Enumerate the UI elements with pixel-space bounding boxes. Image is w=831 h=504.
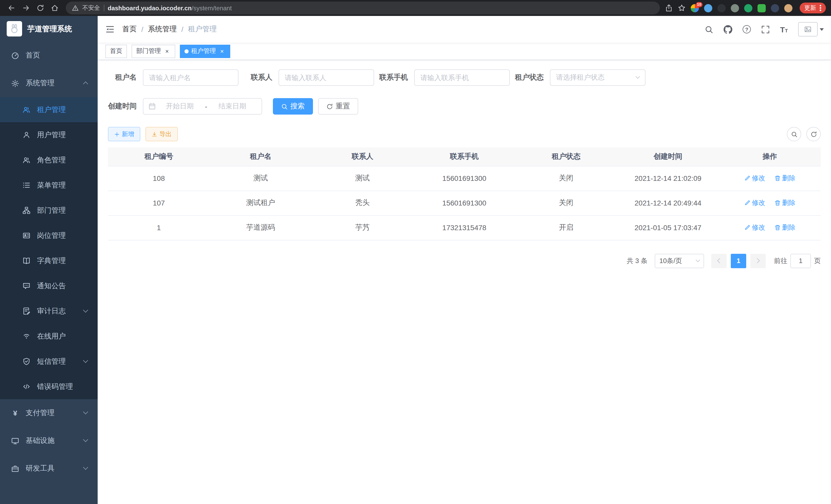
edit-link[interactable]: 修改: [744, 223, 765, 232]
tenants-icon: [23, 106, 30, 114]
user-menu[interactable]: [798, 22, 824, 36]
sidebar-item-errorcode[interactable]: 错误码管理: [0, 374, 98, 399]
date-range-picker[interactable]: 开始日期 - 结束日期: [143, 98, 262, 115]
gear-icon: [11, 79, 19, 87]
table-row: 1 芋道源码 芋艿 17321315478 开启 2021-01-05 17:0…: [108, 215, 821, 240]
logo-title: 芋道管理系统: [27, 24, 72, 34]
extension-icon-2[interactable]: [704, 4, 712, 12]
reload-icon[interactable]: [34, 2, 46, 14]
github-icon[interactable]: [724, 25, 732, 34]
export-button[interactable]: 导出: [145, 127, 178, 141]
sidebar-group-system[interactable]: 系统管理: [0, 69, 98, 97]
home-icon[interactable]: [48, 2, 61, 14]
tab-close-icon[interactable]: [164, 48, 171, 55]
extension-icon-6[interactable]: [757, 4, 766, 12]
sidebar-item-notice[interactable]: 通知公告: [0, 273, 98, 298]
tab-label: 租户管理: [191, 47, 216, 56]
delete-label: 删除: [782, 223, 796, 232]
sidebar-item-label: 岗位管理: [37, 231, 66, 240]
sidebar-item-role[interactable]: 角色管理: [0, 147, 98, 173]
kebab-menu-icon[interactable]: [820, 7, 821, 9]
page-size-select[interactable]: 10条/页: [655, 254, 704, 268]
tab-home[interactable]: 首页: [105, 45, 127, 58]
share-icon[interactable]: [665, 4, 673, 12]
sidebar-item-menu[interactable]: 菜单管理: [0, 173, 98, 198]
extension-icon-4[interactable]: [731, 4, 739, 12]
sidebar-item-post[interactable]: 岗位管理: [0, 223, 98, 248]
next-page-button[interactable]: [750, 254, 766, 268]
extension-icon-8[interactable]: [784, 4, 793, 12]
tenant-name-label: 租户名: [108, 73, 137, 82]
extension-icon-5[interactable]: [744, 4, 752, 12]
cell-contact: 芋艿: [312, 215, 413, 240]
edit-link[interactable]: 修改: [744, 174, 765, 183]
fullscreen-icon[interactable]: [761, 25, 770, 34]
tab-close-icon[interactable]: [219, 48, 226, 55]
sidebar-group-infra[interactable]: 基础设施: [0, 427, 98, 455]
contact-label: 联系人: [243, 73, 273, 82]
filter-row-2: 创建时间 开始日期 - 结束日期 搜索 重置: [108, 98, 821, 115]
edit-icon: [744, 200, 750, 206]
filter-contact: 联系人: [243, 69, 374, 86]
add-button[interactable]: 新增: [108, 127, 140, 141]
contact-input[interactable]: [279, 69, 374, 86]
sidebar-item-home[interactable]: 首页: [0, 41, 98, 69]
filter-phone: 联系手机: [379, 69, 510, 86]
menu-list-icon: [23, 181, 30, 189]
phone-input[interactable]: [414, 69, 510, 86]
page-button-1[interactable]: 1: [731, 254, 746, 268]
active-tab-dot: [184, 49, 189, 53]
sidebar-item-tenant[interactable]: 租户管理: [0, 97, 98, 122]
search-button[interactable]: 搜索: [273, 98, 313, 115]
cell-phone: 15601691300: [413, 190, 515, 215]
refresh-icon[interactable]: [806, 127, 821, 141]
delete-link[interactable]: 删除: [774, 223, 796, 232]
avatar[interactable]: [798, 22, 818, 36]
column-header-tenant-id: 租户编号: [108, 147, 210, 166]
tab-tenant[interactable]: 租户管理: [180, 45, 230, 58]
cell-status: 关闭: [515, 166, 617, 190]
sidebar-item-dict[interactable]: 字典管理: [0, 248, 98, 273]
column-header-phone: 联系手机: [413, 147, 515, 166]
sidebar-group-payment[interactable]: 支付管理: [0, 399, 98, 427]
extension-icon-7[interactable]: [771, 4, 779, 12]
help-icon[interactable]: [743, 25, 751, 33]
sidebar-group-sms[interactable]: 短信管理: [0, 349, 98, 374]
column-header-actions: 操作: [719, 147, 821, 166]
chevron-right-icon: [755, 258, 760, 263]
omnibox[interactable]: 不安全 dashboard.yudao.iocoder.cn/system/te…: [66, 2, 660, 14]
roles-icon: [23, 156, 30, 164]
reset-button[interactable]: 重置: [318, 98, 358, 115]
search-button-label: 搜索: [290, 102, 305, 111]
page-size-value: 10条/页: [659, 256, 682, 265]
page-jump-input[interactable]: [791, 254, 811, 268]
delete-link[interactable]: 删除: [774, 198, 796, 208]
browser-update-button[interactable]: 更新: [800, 3, 826, 13]
back-icon[interactable]: [5, 2, 18, 14]
sidebar-group-auditlog[interactable]: 审计日志: [0, 298, 98, 324]
edit-link[interactable]: 修改: [744, 198, 765, 208]
cell-created: 2021-12-14 21:02:09: [617, 166, 719, 190]
sidebar-item-user[interactable]: 用户管理: [0, 122, 98, 147]
sidebar-group-devtools[interactable]: 研发工具: [0, 455, 98, 482]
breadcrumb-system[interactable]: 系统管理: [148, 25, 177, 34]
status-select[interactable]: 请选择租户状态: [550, 69, 646, 86]
sidebar-collapse-button[interactable]: [98, 16, 122, 42]
forward-icon[interactable]: [20, 2, 32, 14]
bookmark-star-icon[interactable]: [678, 4, 686, 12]
breadcrumb-home[interactable]: 首页: [122, 25, 137, 34]
prev-page-button[interactable]: [711, 254, 727, 268]
extension-icon-3[interactable]: [717, 4, 726, 12]
sidebar-item-online-user[interactable]: 在线用户: [0, 324, 98, 349]
search-toggle-icon[interactable]: [787, 127, 801, 141]
security-label: 不安全: [82, 4, 100, 12]
delete-link[interactable]: 删除: [774, 174, 796, 183]
app: 芋道管理系统 首页 系统管理 租户管理 用户管理: [0, 16, 831, 504]
tenant-name-input[interactable]: [143, 69, 238, 86]
search-icon[interactable]: [705, 25, 713, 34]
sidebar-item-dept[interactable]: 部门管理: [0, 198, 98, 223]
extension-icon-1[interactable]: 10: [691, 4, 699, 12]
tab-dept[interactable]: 部门管理: [132, 45, 175, 58]
chevron-down-icon: [636, 75, 640, 79]
font-size-icon[interactable]: [780, 25, 788, 34]
